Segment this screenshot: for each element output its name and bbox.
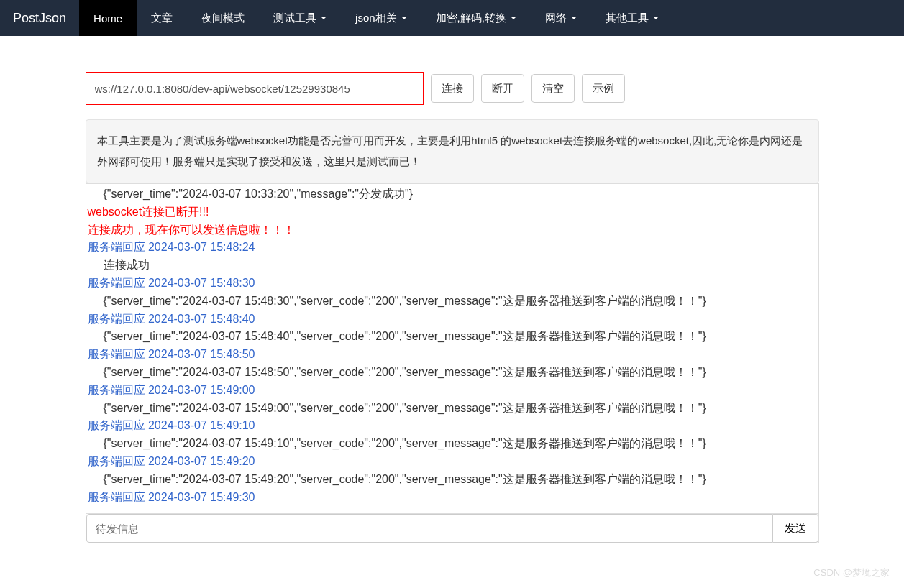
nav-link[interactable]: 加密,解码,转换 bbox=[421, 0, 531, 36]
caret-down-icon bbox=[511, 17, 516, 19]
caret-down-icon bbox=[321, 17, 327, 19]
send-row: 发送 bbox=[86, 514, 819, 543]
nav-item-3[interactable]: 测试工具 bbox=[259, 0, 341, 36]
log-line: {"server_time":"2024-03-07 15:48:40","se… bbox=[86, 328, 818, 346]
log-line: {"server_time":"2024-03-07 15:48:50","se… bbox=[86, 364, 818, 382]
connection-toolbar: 连接 断开 清空 示例 bbox=[86, 72, 819, 105]
log-output[interactable]: {"server_time":"2024-03-07 10:33:20","me… bbox=[86, 183, 819, 514]
navbar: PostJson Home文章夜间模式测试工具json相关加密,解码,转换网络其… bbox=[0, 0, 904, 36]
log-line: 连接成功，现在你可以发送信息啦！！！ bbox=[86, 221, 818, 239]
nav-item-2[interactable]: 夜间模式 bbox=[187, 0, 259, 36]
log-line: 服务端回应 2024-03-07 15:48:50 bbox=[86, 346, 818, 364]
log-line: 服务端回应 2024-03-07 15:49:10 bbox=[86, 417, 818, 435]
log-line: 服务端回应 2024-03-07 15:48:40 bbox=[86, 311, 818, 329]
send-button[interactable]: 发送 bbox=[773, 514, 818, 543]
nav-link[interactable]: 测试工具 bbox=[259, 0, 341, 36]
nav-link[interactable]: 其他工具 bbox=[591, 0, 673, 36]
log-line: 服务端回应 2024-03-07 15:49:20 bbox=[86, 453, 818, 471]
nav-item-1[interactable]: 文章 bbox=[137, 0, 187, 36]
log-line: {"server_time":"2024-03-07 15:49:10","se… bbox=[86, 435, 818, 453]
connect-button[interactable]: 连接 bbox=[431, 74, 474, 103]
brand-link[interactable]: PostJson bbox=[0, 0, 79, 36]
example-button[interactable]: 示例 bbox=[582, 74, 625, 103]
log-line: {"server_time":"2024-03-07 10:33:20","me… bbox=[86, 185, 818, 203]
nav-item-4[interactable]: json相关 bbox=[341, 0, 421, 36]
nav-item-6[interactable]: 网络 bbox=[531, 0, 591, 36]
nav-item-0[interactable]: Home bbox=[79, 0, 137, 36]
log-line: {"server_time":"2024-03-07 15:49:20","se… bbox=[86, 471, 818, 489]
log-line: 服务端回应 2024-03-07 15:48:24 bbox=[86, 239, 818, 257]
disconnect-button[interactable]: 断开 bbox=[481, 74, 524, 103]
log-line: {"server_time":"2024-03-07 15:49:00","se… bbox=[86, 400, 818, 418]
nav-link[interactable]: json相关 bbox=[341, 0, 421, 36]
nav-list: Home文章夜间模式测试工具json相关加密,解码,转换网络其他工具 bbox=[79, 0, 673, 36]
log-line: 连接成功 bbox=[86, 257, 818, 275]
caret-down-icon bbox=[653, 17, 659, 19]
message-input[interactable] bbox=[86, 514, 773, 543]
log-line: {"server_time":"2024-03-07 15:48:30","se… bbox=[86, 293, 818, 311]
nav-link[interactable]: 网络 bbox=[531, 0, 591, 36]
caret-down-icon bbox=[401, 17, 407, 19]
nav-item-7[interactable]: 其他工具 bbox=[591, 0, 673, 36]
nav-link[interactable]: 文章 bbox=[137, 0, 187, 36]
nav-link[interactable]: Home bbox=[79, 0, 137, 36]
nav-item-5[interactable]: 加密,解码,转换 bbox=[421, 0, 531, 36]
log-line: 服务端回应 2024-03-07 15:49:30 bbox=[86, 489, 818, 507]
log-line: websocket连接已断开!!! bbox=[86, 203, 818, 221]
websocket-url-input[interactable] bbox=[86, 72, 424, 105]
clear-button[interactable]: 清空 bbox=[531, 74, 575, 103]
log-line: 服务端回应 2024-03-07 15:48:30 bbox=[86, 275, 818, 293]
nav-link[interactable]: 夜间模式 bbox=[187, 0, 259, 36]
log-line: 服务端回应 2024-03-07 15:49:00 bbox=[86, 382, 818, 400]
caret-down-icon bbox=[571, 17, 577, 19]
description-panel: 本工具主要是为了测试服务端websocket功能是否完善可用而开发，主要是利用h… bbox=[86, 119, 819, 183]
